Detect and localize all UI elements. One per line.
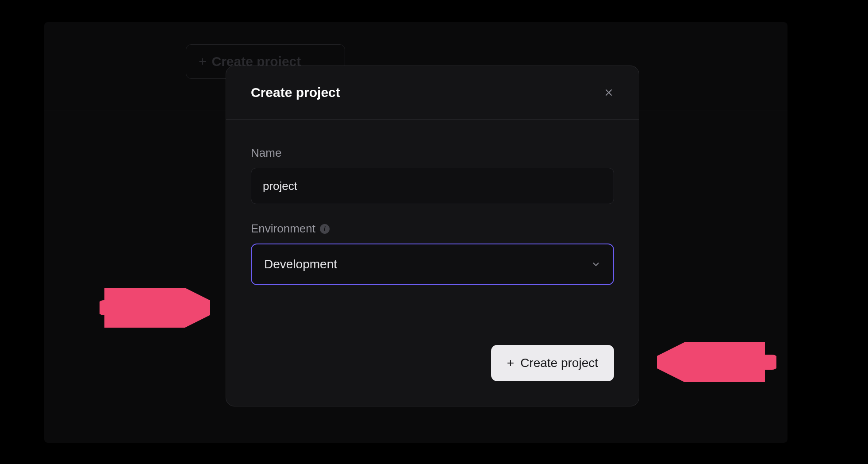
annotation-arrow-right: [657, 342, 776, 382]
close-icon: [604, 88, 613, 97]
annotation-arrow-left: [100, 288, 210, 328]
name-field-group: Name: [251, 146, 614, 204]
environment-select[interactable]: Development: [251, 244, 614, 285]
close-button[interactable]: [601, 85, 617, 101]
modal-body: Name Environment i Development: [226, 120, 639, 345]
environment-selected-value: Development: [264, 257, 591, 271]
chevron-down-icon: [591, 259, 601, 269]
plus-icon: +: [507, 356, 514, 370]
environment-label-text: Environment: [251, 222, 315, 236]
create-project-submit-button[interactable]: + Create project: [491, 345, 614, 381]
name-input[interactable]: [251, 168, 614, 204]
create-project-modal: Create project Name Environment i Develo…: [226, 66, 639, 406]
modal-header: Create project: [226, 66, 639, 120]
create-project-submit-label: Create project: [520, 356, 598, 370]
modal-title: Create project: [251, 85, 340, 100]
info-icon[interactable]: i: [320, 224, 330, 234]
environment-field-group: Environment i Development: [251, 222, 614, 285]
environment-label: Environment i: [251, 222, 614, 236]
name-label: Name: [251, 146, 614, 160]
modal-footer: + Create project: [226, 345, 639, 406]
plus-icon: +: [199, 54, 207, 69]
